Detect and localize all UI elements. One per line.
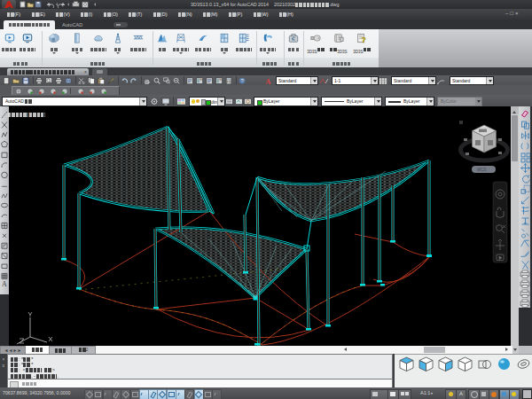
- svg-text:WCS: WCS: [477, 168, 487, 172]
- svg-text:A: A: [266, 77, 271, 85]
- svg-text:?: ?: [362, 35, 366, 43]
